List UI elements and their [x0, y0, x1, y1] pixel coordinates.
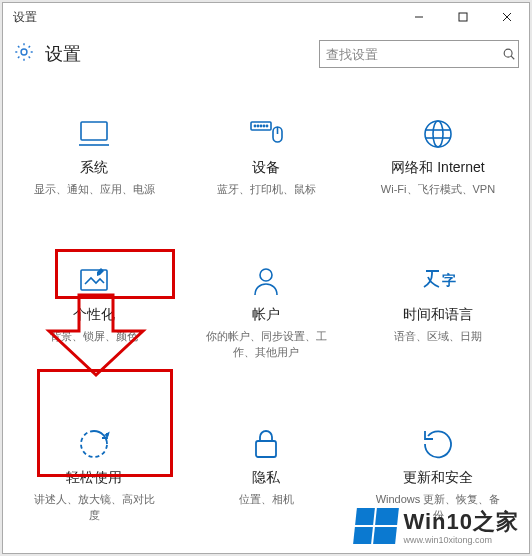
- tile-desc: 讲述人、放大镜、高对比度: [29, 491, 159, 524]
- tile-label: 个性化: [73, 306, 115, 324]
- svg-point-10: [254, 125, 255, 126]
- svg-rect-1: [459, 13, 467, 21]
- tile-personalization[interactable]: 个性化 背景、锁屏、颜色: [13, 260, 175, 365]
- tile-desc: Wi-Fi、飞行模式、VPN: [381, 181, 495, 198]
- search-box[interactable]: [319, 40, 519, 68]
- gear-icon: [13, 41, 35, 67]
- tile-accounts[interactable]: 帐户 你的帐户、同步设置、工作、其他用户: [185, 260, 347, 365]
- svg-rect-7: [81, 122, 107, 140]
- network-icon: [418, 117, 458, 151]
- tile-time-language[interactable]: 字 时间和语言 语音、区域、日期: [357, 260, 519, 365]
- tile-label: 设备: [252, 159, 280, 177]
- header: 设置: [3, 31, 529, 77]
- tile-desc: 蓝牙、打印机、鼠标: [217, 181, 316, 198]
- content-area: 系统 显示、通知、应用、电源 设备 蓝牙、打印机、鼠标: [3, 77, 529, 553]
- svg-point-14: [266, 125, 267, 126]
- tile-desc: 位置、相机: [239, 491, 294, 508]
- tile-system[interactable]: 系统 显示、通知、应用、电源: [13, 113, 175, 202]
- search-icon: [500, 47, 518, 61]
- minimize-button[interactable]: [397, 3, 441, 31]
- tile-ease-of-access[interactable]: 轻松使用 讲述人、放大镜、高对比度: [13, 423, 175, 528]
- svg-line-6: [511, 56, 514, 59]
- watermark-text: Win10之家: [403, 507, 519, 537]
- watermark-url: www.win10xitong.com: [403, 535, 492, 545]
- windows-logo-icon: [354, 508, 400, 544]
- tile-label: 隐私: [252, 469, 280, 487]
- svg-point-13: [263, 125, 264, 126]
- ease-of-access-icon: [74, 427, 114, 461]
- tile-label: 帐户: [252, 306, 280, 324]
- titlebar: 设置: [3, 3, 529, 31]
- personalization-icon: [74, 264, 114, 298]
- tile-privacy[interactable]: 隐私 位置、相机: [185, 423, 347, 528]
- maximize-button[interactable]: [441, 3, 485, 31]
- watermark: Win10之家 www.win10xitong.com: [355, 507, 519, 545]
- tile-label: 轻松使用: [66, 469, 122, 487]
- svg-point-17: [425, 121, 451, 147]
- close-icon: [502, 12, 512, 22]
- page-title: 设置: [43, 42, 311, 66]
- tiles-grid: 系统 显示、通知、应用、电源 设备 蓝牙、打印机、鼠标: [13, 113, 519, 528]
- tile-label: 系统: [80, 159, 108, 177]
- window-title: 设置: [3, 9, 397, 26]
- svg-text:字: 字: [442, 272, 456, 288]
- svg-point-11: [257, 125, 258, 126]
- settings-window: 设置 设置: [2, 2, 530, 554]
- tile-label: 时间和语言: [403, 306, 473, 324]
- privacy-icon: [246, 427, 286, 461]
- minimize-icon: [414, 12, 424, 22]
- system-icon: [74, 117, 114, 151]
- close-button[interactable]: [485, 3, 529, 31]
- svg-point-22: [260, 269, 272, 281]
- svg-point-12: [260, 125, 261, 126]
- tile-devices[interactable]: 设备 蓝牙、打印机、鼠标: [185, 113, 347, 202]
- devices-icon: [246, 117, 286, 151]
- tile-network[interactable]: 网络和 Internet Wi-Fi、飞行模式、VPN: [357, 113, 519, 202]
- tile-desc: 你的帐户、同步设置、工作、其他用户: [201, 328, 331, 361]
- svg-point-4: [21, 49, 27, 55]
- tile-desc: 语音、区域、日期: [394, 328, 482, 345]
- maximize-icon: [458, 12, 468, 22]
- svg-rect-25: [256, 441, 276, 457]
- update-security-icon: [418, 427, 458, 461]
- tile-desc: 背景、锁屏、颜色: [50, 328, 138, 345]
- tile-label: 网络和 Internet: [391, 159, 484, 177]
- search-input[interactable]: [320, 47, 500, 62]
- svg-point-5: [504, 49, 512, 57]
- tile-label: 更新和安全: [403, 469, 473, 487]
- tile-desc: 显示、通知、应用、电源: [34, 181, 155, 198]
- accounts-icon: [246, 264, 286, 298]
- time-language-icon: 字: [418, 264, 458, 298]
- svg-point-18: [433, 121, 443, 147]
